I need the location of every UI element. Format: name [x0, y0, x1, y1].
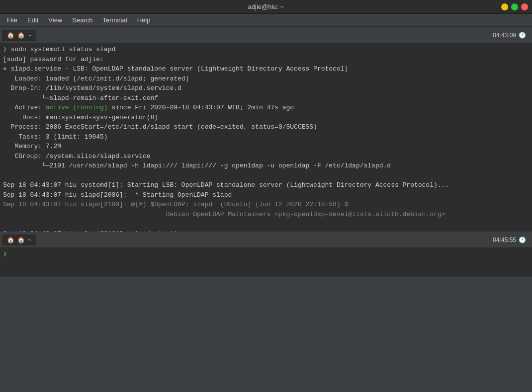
tab1-icon1: 🏠 — [7, 32, 14, 39]
terminal-output-1[interactable]: ❯ sudo systemctl status slapd [sudo] pas… — [0, 43, 532, 232]
sudo-prompt: [sudo] password for adjie: — [3, 56, 104, 63]
clock1-icon: 🕐 — [519, 32, 526, 39]
menu-terminal[interactable]: Terminal — [99, 15, 131, 25]
menu-view[interactable]: View — [44, 15, 66, 25]
command-1: sudo systemctl status slapd — [7, 46, 115, 53]
restore-button[interactable]: □ — [511, 3, 518, 10]
menu-help[interactable]: Help — [133, 15, 155, 25]
clock1-value: 04:43:09 — [493, 32, 516, 39]
active-prefix: Active: — [3, 104, 46, 111]
tab1-icon2: 🏠 — [17, 32, 25, 39]
clock2-icon: 🕐 — [519, 236, 526, 243]
tab-bar-1: 🏠 🏠 ~ 04:43:09 🕐 — [0, 27, 532, 43]
prompt-arrow-1: ❯ — [3, 46, 7, 53]
docs-line: Docs: man:systemd-sysv-generator(8) Proc… — [3, 114, 449, 199]
menu-edit[interactable]: Edit — [23, 15, 42, 25]
active-status: active (running) — [46, 104, 108, 111]
menu-bar: File Edit View Search Terminal Help — [0, 14, 532, 27]
tab2-icon1: 🏠 — [7, 236, 14, 243]
tab2-icon2: 🏠 — [17, 236, 25, 243]
service-dot: ● — [3, 65, 7, 73]
prompt-arrow-2: ❯ — [3, 250, 7, 258]
tab-1[interactable]: 🏠 🏠 ~ — [2, 30, 36, 41]
clock-area-2: 04:45:55 🕐 — [493, 236, 530, 243]
close-button[interactable]: × — [521, 3, 528, 10]
minimize-button[interactable]: − — [501, 3, 508, 10]
tab2-tilde: ~ — [28, 236, 31, 243]
loaded-line: Loaded: loaded (/etc/init.d/slapd; gener… — [3, 75, 189, 102]
terminal2-cursor — [7, 250, 11, 258]
tab1-tilde: ~ — [28, 32, 31, 39]
openldap-version: Sep 18 04:43:07 hiu slapd[2100]: @(#) $O… — [3, 201, 445, 218]
active-suffix: since Fri 2020-09-18 04:43:07 WIB; 2min … — [108, 104, 294, 111]
clock-area-1: 04:43:09 🕐 — [493, 32, 530, 39]
service-name: slapd.service - LSB: OpenLDAP standalone… — [7, 65, 349, 73]
menu-file[interactable]: File — [3, 15, 21, 25]
tab-2[interactable]: 🏠 🏠 ~ — [2, 235, 36, 245]
menu-search[interactable]: Search — [68, 15, 96, 25]
tab-bar-2: 🏠 🏠 ~ 04:45:55 🕐 — [0, 232, 532, 247]
clock2-value: 04:45:55 — [493, 236, 516, 243]
title-bar: adjie@hiu: ~ − □ × — [0, 0, 532, 14]
window-title: adjie@hiu: ~ — [178, 3, 353, 10]
terminal-output-2[interactable]: ❯ — [0, 247, 532, 277]
